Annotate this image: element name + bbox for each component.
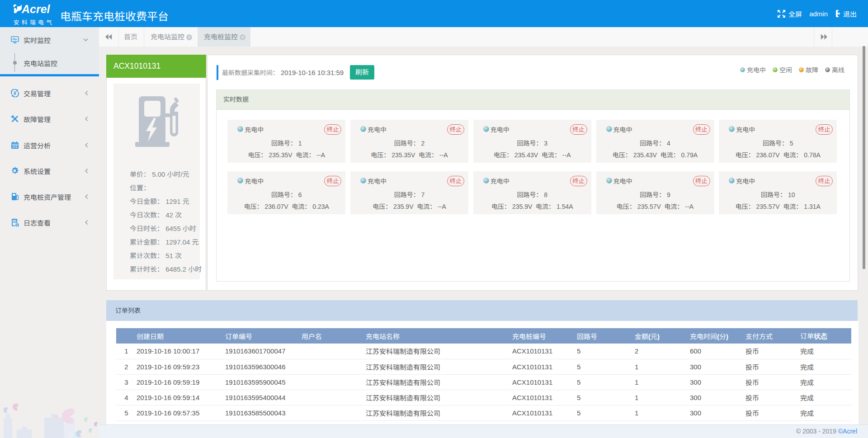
svg-text:¥: ¥	[14, 90, 16, 96]
